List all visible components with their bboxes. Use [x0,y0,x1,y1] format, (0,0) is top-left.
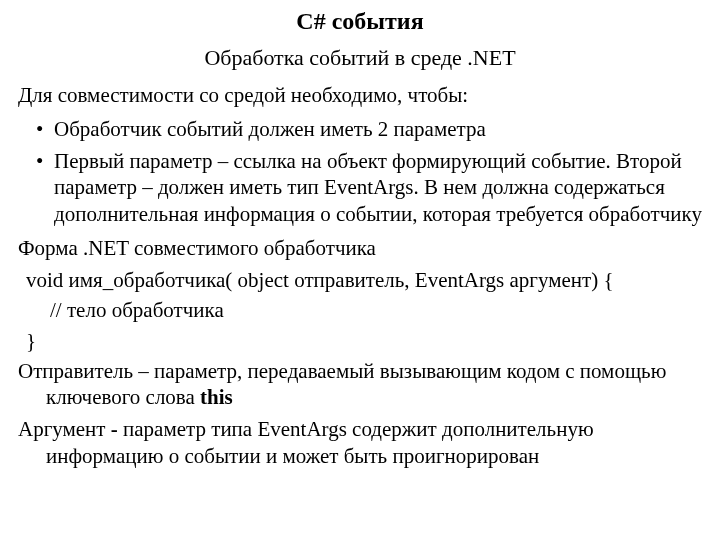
sender-paragraph: Отправитель – параметр, передаваемый выз… [18,358,702,411]
argument-prefix: Аргумент [18,417,111,441]
bullet-list: Обработчик событий должен иметь 2 параме… [18,116,702,227]
code-line-close: } [18,328,702,354]
code-line-signature: void имя_обработчика( object отправитель… [18,267,702,293]
argument-dash: - [111,417,118,441]
lead-paragraph: Для совместимости со средой необходимо, … [18,82,702,108]
sender-text: Отправитель – параметр, передаваемый выз… [18,359,666,409]
sender-keyword: this [200,385,233,409]
argument-paragraph: Аргумент - параметр типа EventArgs содер… [18,416,702,469]
slide-subtitle: Обработка событий в среде .NET [18,44,702,72]
list-item: Первый параметр – ссылка на объект форми… [26,148,702,227]
form-label: Форма .NET совместимого обработчика [18,235,702,261]
argument-rest: параметр типа EventArgs содержит дополни… [46,417,594,467]
code-line-body: // тело обработчика [18,297,702,323]
list-item: Обработчик событий должен иметь 2 параме… [26,116,702,142]
slide-title: C# события [18,6,702,36]
